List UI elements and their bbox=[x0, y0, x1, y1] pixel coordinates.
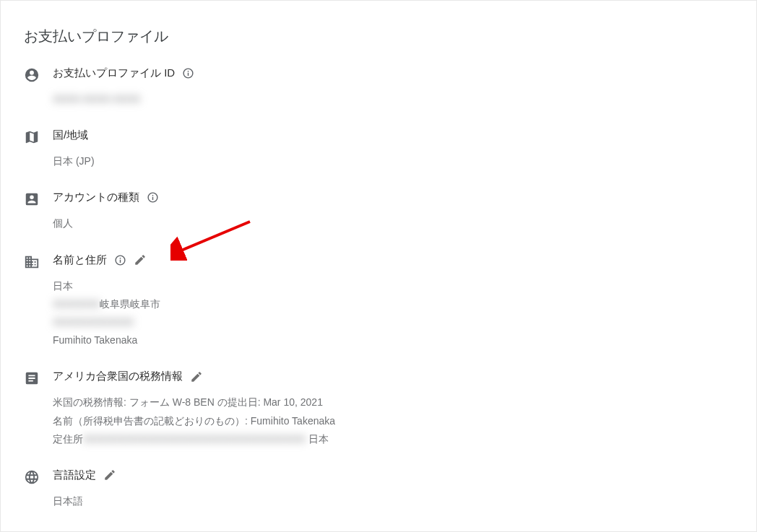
payments-profile-card: お支払いプロファイル お支払いプロファイル ID XXXX-XXXX-XXXX … bbox=[0, 0, 757, 532]
profile-id-label: お支払いプロファイル ID bbox=[53, 66, 175, 80]
profile-id-value: XXXX-XXXX-XXXX bbox=[53, 90, 140, 108]
tax-line1: 米国の税務情報: フォーム W-8 BEN の提出日: Mar 10, 2021 bbox=[53, 393, 733, 411]
name-address-label: 名前と住所 bbox=[53, 253, 107, 267]
globe-icon bbox=[24, 468, 53, 485]
info-icon[interactable] bbox=[114, 254, 126, 266]
account-type-value: 個人 bbox=[53, 214, 733, 232]
card-title: お支払いプロファイル bbox=[24, 27, 733, 46]
address-name: Fumihito Takenaka bbox=[53, 331, 733, 349]
pencil-icon[interactable] bbox=[134, 253, 147, 266]
country-label: 国/地域 bbox=[53, 128, 88, 142]
pencil-icon[interactable] bbox=[190, 370, 203, 383]
section-language: 言語設定 日本語 bbox=[24, 468, 733, 510]
business-icon bbox=[24, 253, 53, 270]
country-value: 日本 (JP) bbox=[53, 152, 733, 170]
address-country: 日本 bbox=[53, 277, 733, 295]
language-value: 日本語 bbox=[53, 492, 733, 510]
section-us-tax: アメリカ合衆国の税務情報 米国の税務情報: フォーム W-8 BEN の提出日:… bbox=[24, 370, 733, 448]
account-type-label: アカウントの種類 bbox=[53, 191, 139, 204]
account-box-icon bbox=[24, 191, 53, 207]
tax-line3: 定住所XXXXXXXXXXXXXXXXXXXXXXXXXXXXXXXXX 日本 bbox=[53, 430, 733, 448]
section-country: 国/地域 日本 (JP) bbox=[24, 128, 733, 170]
info-icon[interactable] bbox=[147, 191, 159, 204]
map-icon bbox=[24, 128, 53, 145]
person-icon bbox=[24, 66, 53, 83]
tax-line2: 名前（所得税申告書の記載どおりのもの）: Fumihito Takenaka bbox=[53, 412, 733, 430]
address-line3: XXXXXXXXXXXX bbox=[53, 313, 733, 331]
pencil-icon[interactable] bbox=[103, 468, 116, 481]
section-account-type: アカウントの種類 個人 bbox=[24, 191, 733, 232]
tax-label: アメリカ合衆国の税務情報 bbox=[53, 370, 183, 383]
article-icon bbox=[24, 370, 53, 386]
section-name-address: 名前と住所 日本 XXXXXXX 岐阜県岐阜市 XXXXXXXXXXXX Fum… bbox=[24, 253, 733, 350]
section-profile-id: お支払いプロファイル ID XXXX-XXXX-XXXX bbox=[24, 66, 733, 108]
info-icon[interactable] bbox=[182, 67, 194, 79]
address-line2: XXXXXXX 岐阜県岐阜市 bbox=[53, 295, 733, 313]
language-label: 言語設定 bbox=[53, 468, 96, 482]
